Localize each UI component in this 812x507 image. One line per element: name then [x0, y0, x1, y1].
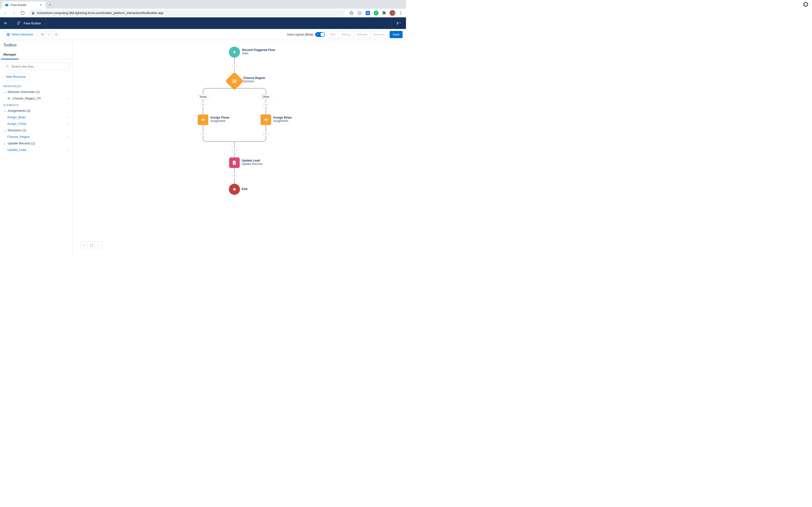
main: Toolbox Manager New Resource RESOURCES ⌄…	[0, 40, 406, 253]
node-start-title: Record-Triggered Flow	[242, 48, 275, 52]
branch-label-right[interactable]: Other	[259, 95, 272, 99]
element-label: Assign_Brian	[7, 115, 26, 119]
add-element-button[interactable]: +	[200, 131, 206, 136]
extension-1-icon[interactable]: Q	[364, 9, 372, 17]
redo-button[interactable]	[46, 31, 53, 38]
node-assign-brian-title: Assign Brian	[273, 116, 292, 119]
fit-icon	[90, 243, 93, 247]
debug-button[interactable]: Debug	[338, 31, 354, 38]
flow-builder-icon	[16, 21, 21, 25]
element-label: Assign_Fiona	[7, 122, 27, 125]
node-assign-fiona-title: Assign Fiona	[210, 116, 229, 119]
element-update-lead[interactable]: Update_Lead ›	[0, 147, 72, 153]
group-update-records[interactable]: ⌄ Update Records (1)	[0, 140, 72, 147]
zoom-controls: − +	[80, 241, 102, 249]
add-element-button[interactable]: +	[263, 131, 268, 136]
add-element-button[interactable]: +	[200, 102, 206, 107]
browser-actions: Q G	[348, 9, 405, 17]
reload-icon[interactable]	[19, 9, 27, 17]
group-update-records-label: Update Records (1)	[8, 142, 35, 145]
group-decisions-label: Decisions (1)	[8, 128, 26, 132]
chevron-down-icon: ⌄	[3, 109, 6, 113]
element-assign-fiona[interactable]: Assign_Fiona ›	[0, 120, 72, 127]
outcome-icon	[7, 97, 11, 100]
back-icon[interactable]	[1, 9, 9, 17]
node-update-lead[interactable]	[229, 157, 240, 168]
fit-to-screen-button[interactable]	[88, 242, 95, 249]
new-resource-button[interactable]: New Resource	[3, 73, 29, 80]
chevron-right-icon: ›	[68, 115, 69, 119]
add-element-button[interactable]: +	[232, 148, 237, 153]
new-tab-button[interactable]	[46, 1, 53, 8]
branch-label-left[interactable]: Texas	[196, 95, 210, 99]
element-label: Update_Lead	[7, 148, 26, 152]
help-menu[interactable]: ?	[392, 17, 406, 29]
auto-layout-toggle[interactable]: ✓	[315, 32, 325, 37]
undo-icon	[41, 33, 44, 36]
node-update-title: Update Lead	[242, 159, 263, 162]
tab-manager[interactable]: Manager	[1, 50, 18, 59]
group-decisions[interactable]: ⌄ Decisions (1)	[0, 127, 72, 133]
zoom-out-button[interactable]: −	[81, 242, 88, 249]
update-records-icon	[232, 160, 237, 165]
toolbox-sidebar: Toolbox Manager New Resource RESOURCES ⌄…	[0, 40, 72, 253]
zoom-in-button[interactable]: +	[95, 242, 102, 249]
chevron-down-icon: ⌄	[3, 90, 6, 94]
activate-button[interactable]: Activate	[353, 31, 370, 38]
resource-choose-region-tx[interactable]: Choose_Region_TX ›	[0, 95, 72, 102]
add-element-button[interactable]: +	[232, 64, 237, 69]
run-button[interactable]: Run	[327, 31, 339, 38]
group-assignments[interactable]: ⌄ Assignments (2)	[0, 107, 72, 114]
gear-icon	[55, 33, 58, 36]
toolbox-tabs: Manager	[0, 50, 72, 60]
save-as-button[interactable]: Save As	[370, 31, 388, 38]
node-assign-brian[interactable]	[260, 114, 271, 125]
info-icon[interactable]	[356, 9, 363, 17]
node-assign-fiona[interactable]	[198, 114, 208, 125]
chevron-down-icon: ⌄	[3, 128, 6, 132]
node-update-sub: Update Records	[242, 162, 263, 166]
select-elements-button[interactable]: Select Elements	[3, 31, 36, 38]
profile-avatar[interactable]	[389, 9, 396, 17]
address-url: momentum-computing-884.lightning.force.c…	[37, 11, 163, 15]
element-assign-brian[interactable]: Assign_Brian ›	[0, 114, 72, 120]
play-icon	[232, 50, 237, 55]
canvas-connectors	[72, 40, 406, 252]
search-input[interactable]	[11, 64, 67, 68]
browser-tab-active[interactable]: Flow Builder ✕	[2, 1, 45, 9]
node-end[interactable]	[229, 184, 240, 195]
svg-rect-8	[8, 35, 9, 36]
node-start[interactable]	[229, 47, 240, 58]
chevron-right-icon: ›	[68, 135, 69, 138]
run-group: Run Debug Activate Save As	[327, 31, 388, 38]
undo-button[interactable]	[39, 31, 46, 38]
svg-rect-7	[7, 35, 8, 36]
element-choose-region[interactable]: Choose_Region ›	[0, 133, 72, 140]
add-element-button[interactable]: +	[232, 173, 237, 178]
extensions-icon[interactable]	[380, 9, 388, 17]
browser-tab-title: Flow Builder	[11, 3, 39, 7]
svg-point-2	[400, 11, 401, 12]
svg-rect-6	[8, 33, 9, 34]
save-button[interactable]: Save	[390, 31, 403, 38]
group-decision-outcomes[interactable]: ⌄ Decision Outcomes (1)	[0, 89, 72, 95]
flow-canvas[interactable]: Record-Triggered Flow Start + Choose Reg…	[72, 40, 406, 253]
browser-menu-icon[interactable]	[397, 9, 405, 17]
select-elements-label: Select Elements	[11, 33, 33, 36]
svg-point-4	[400, 14, 401, 14]
forward-icon[interactable]	[10, 9, 18, 17]
chevron-right-icon: ›	[68, 122, 69, 125]
chevron-right-icon: ›	[68, 148, 69, 152]
settings-button[interactable]	[53, 31, 60, 38]
lock-icon	[32, 11, 35, 15]
add-element-button[interactable]: +	[263, 102, 268, 107]
extension-2-icon[interactable]: G	[372, 9, 380, 17]
close-icon[interactable]: ✕	[39, 3, 43, 7]
browser-tabstrip: Flow Builder ✕	[0, 0, 406, 9]
address-bar[interactable]: momentum-computing-884.lightning.force.c…	[29, 10, 345, 16]
assignment-icon	[200, 117, 206, 122]
toolbox-title: Toolbox	[0, 40, 72, 50]
back-button[interactable]	[0, 17, 12, 29]
star-icon[interactable]	[348, 9, 355, 17]
browser-toolbar: momentum-computing-884.lightning.force.c…	[0, 9, 406, 17]
